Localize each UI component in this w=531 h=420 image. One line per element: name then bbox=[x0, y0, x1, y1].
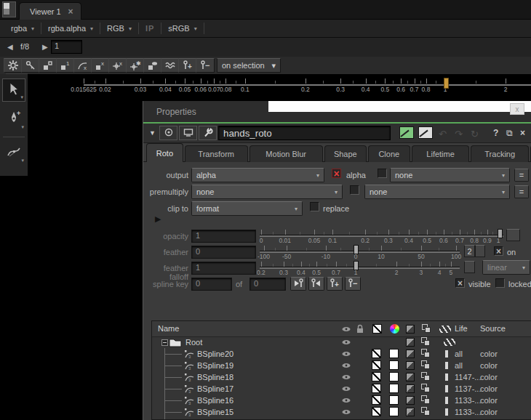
color-swatch[interactable] bbox=[389, 360, 399, 370]
channels-toggle-green-icon[interactable] bbox=[399, 126, 414, 139]
color-swatch[interactable] bbox=[389, 395, 399, 405]
tree-expander[interactable] bbox=[161, 339, 168, 346]
table-row-bspline18[interactable]: 3BSpline181147-...color bbox=[152, 371, 531, 383]
on-selection-dropdown[interactable]: on selection ▾ bbox=[217, 58, 281, 73]
layers-icon[interactable] bbox=[420, 323, 432, 334]
output-dropdown[interactable]: alpha▾ bbox=[191, 168, 324, 182]
eye-icon[interactable] bbox=[340, 360, 352, 371]
layers-icon[interactable] bbox=[421, 372, 431, 381]
tab-viewer1[interactable]: Viewer 1 × bbox=[19, 2, 81, 20]
monitor-button[interactable] bbox=[179, 126, 197, 140]
color-swatch[interactable] bbox=[389, 349, 399, 358]
point-delete-button[interactable]: x bbox=[108, 58, 127, 73]
eye-icon[interactable] bbox=[340, 372, 352, 382]
clip-to-dropdown[interactable]: format▾ bbox=[191, 201, 303, 216]
bw-matte-icon[interactable] bbox=[371, 323, 383, 334]
channel-dropdown-rgba[interactable]: rgba▾ bbox=[4, 20, 41, 38]
layers-icon[interactable] bbox=[421, 407, 431, 416]
falloff-extra-button[interactable] bbox=[464, 261, 475, 273]
close-icon[interactable]: × bbox=[68, 7, 73, 17]
locked-checkbox[interactable] bbox=[495, 278, 505, 288]
alpha-checkbox[interactable]: × bbox=[332, 169, 341, 178]
revert-icon[interactable]: ↻ bbox=[471, 129, 479, 140]
key-button[interactable] bbox=[21, 58, 40, 73]
lock-icon[interactable] bbox=[354, 323, 366, 334]
square-lock-button[interactable] bbox=[39, 58, 57, 73]
square-eye-button[interactable] bbox=[143, 58, 162, 73]
gray-matte-icon[interactable] bbox=[406, 350, 415, 358]
panel-close-button[interactable]: x bbox=[510, 103, 524, 115]
replace-checkbox[interactable] bbox=[310, 202, 319, 211]
color-swatch[interactable] bbox=[389, 372, 399, 381]
channel-dropdown-ip[interactable]: IP bbox=[139, 20, 161, 38]
gray-matte-icon[interactable] bbox=[406, 396, 415, 405]
eye-icon[interactable] bbox=[340, 349, 352, 359]
ripple-button[interactable] bbox=[161, 58, 180, 73]
collapse-node-icon[interactable]: ▼ bbox=[149, 129, 156, 137]
table-row-bspline20[interactable]: 3BSpline20allcolor bbox=[152, 348, 531, 360]
output-second-dropdown[interactable]: none▾ bbox=[390, 168, 510, 182]
slider-handle[interactable] bbox=[354, 245, 359, 254]
premultiply-dropdown[interactable]: none▾ bbox=[191, 185, 343, 199]
table-row-bspline15[interactable]: 3BSpline151133-...color bbox=[152, 406, 531, 418]
visible-checkbox[interactable]: × bbox=[455, 278, 465, 288]
gray-matte-icon[interactable] bbox=[406, 384, 415, 393]
bw-matte-icon[interactable] bbox=[372, 395, 381, 405]
tab-lifetime[interactable]: Lifetime bbox=[412, 145, 470, 162]
gray-matte-icon[interactable] bbox=[406, 408, 415, 416]
table-row-bspline16[interactable]: 3BSpline161133-...color bbox=[152, 395, 531, 406]
group-collapse-arrow-icon[interactable]: ▶ bbox=[155, 214, 161, 224]
gray-matte-icon[interactable] bbox=[404, 323, 416, 334]
close-node-icon[interactable]: × bbox=[520, 128, 525, 138]
layers-icon[interactable] bbox=[421, 349, 431, 358]
feather-count-button[interactable]: 2 bbox=[464, 245, 475, 257]
bw-matte-icon[interactable] bbox=[372, 407, 381, 416]
pen-add-button[interactable]: +▾ bbox=[2, 108, 25, 131]
add-key-button[interactable]: + bbox=[327, 277, 343, 291]
viewer-center-button[interactable] bbox=[159, 126, 177, 140]
premultiply-checkbox[interactable] bbox=[350, 185, 359, 195]
eye-icon[interactable] bbox=[340, 407, 352, 417]
bezier-tool-button[interactable]: ▾ bbox=[2, 141, 25, 164]
color-wheel-icon[interactable] bbox=[388, 323, 400, 334]
gain-marker[interactable] bbox=[444, 78, 449, 89]
gray-matte-icon[interactable] bbox=[406, 373, 415, 381]
float-window-icon[interactable]: ⧉ bbox=[506, 128, 513, 138]
layers-icon[interactable] bbox=[421, 360, 431, 370]
eye-icon[interactable] bbox=[340, 323, 352, 334]
color-swatch[interactable] bbox=[389, 407, 399, 416]
eye-icon[interactable] bbox=[340, 384, 352, 394]
spline-key-total-input[interactable]: 0 bbox=[249, 278, 286, 291]
feather-on-checkbox[interactable]: × bbox=[494, 246, 503, 256]
output-second-checkbox[interactable] bbox=[378, 169, 387, 178]
select-tool-button[interactable]: ▾ bbox=[2, 78, 25, 102]
gray-matte-icon[interactable] bbox=[406, 361, 415, 370]
next-key-button[interactable] bbox=[308, 277, 324, 291]
tab-tracking[interactable]: Tracking bbox=[471, 145, 529, 162]
square-one-button[interactable]: 1 bbox=[56, 58, 75, 73]
premultiply-second-dropdown[interactable]: none▾ bbox=[364, 185, 510, 199]
bw-matte-icon[interactable] bbox=[372, 360, 381, 370]
opacity-input[interactable]: 1 bbox=[191, 230, 256, 243]
feather-spin-button[interactable] bbox=[475, 245, 485, 257]
feather-input[interactable]: 0 bbox=[191, 246, 256, 259]
layers-icon[interactable] bbox=[421, 337, 431, 347]
channel-dropdown-rgba-alpha[interactable]: rgba.alpha▾ bbox=[41, 20, 100, 38]
tab-motion-blur[interactable]: Motion Blur bbox=[249, 145, 323, 162]
layers-icon[interactable] bbox=[421, 395, 431, 405]
output-link-button[interactable]: = bbox=[514, 169, 529, 182]
tab-shape[interactable]: Shape bbox=[324, 145, 367, 162]
table-row-root[interactable]: Root bbox=[152, 336, 531, 348]
falloff-type-dropdown[interactable]: linear▾ bbox=[482, 260, 530, 275]
tab-clone[interactable]: Clone bbox=[368, 145, 410, 162]
bw-matte-icon[interactable] bbox=[372, 384, 381, 393]
opacity-extra-button[interactable] bbox=[506, 229, 520, 241]
feather-falloff-input[interactable]: 1 bbox=[191, 262, 256, 275]
channel-dropdown-srgb[interactable]: sRGB▾ bbox=[161, 20, 203, 38]
undo-icon[interactable]: ↶ bbox=[439, 129, 447, 140]
layers-icon[interactable] bbox=[421, 384, 431, 393]
redo-icon[interactable]: ↷ bbox=[455, 129, 463, 140]
eye-icon[interactable] bbox=[340, 395, 352, 405]
wrench-button[interactable] bbox=[199, 126, 217, 140]
prev-arrow-icon[interactable]: ◀ bbox=[7, 43, 13, 51]
